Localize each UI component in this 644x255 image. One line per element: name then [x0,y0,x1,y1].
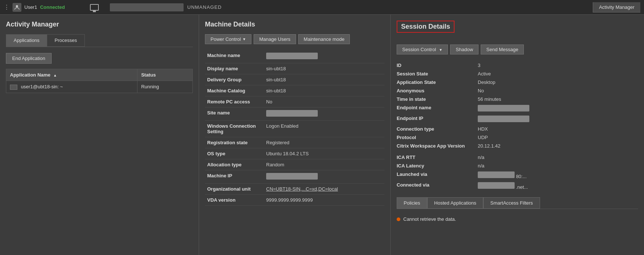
session-control-button[interactable]: Session Control ▼ [397,45,448,54]
tab-processes[interactable]: Processes [47,34,85,47]
tabs: Applications Processes [6,34,193,47]
shadow-button[interactable]: Shadow [450,45,478,54]
field-value: Logon Enabled [264,121,384,137]
tab-hosted-applications[interactable]: Hosted Applications [427,197,483,209]
app-icon [10,85,17,90]
session-toolbar: Session Control ▼ Shadow Send Message [397,45,638,54]
machine-toolbar: Power Control ▼ Manage Users Maintenance… [205,34,384,44]
session-tabs: Policies Hosted Applications SmartAccess… [397,197,638,209]
send-message-button[interactable]: Send Message [481,45,524,54]
manage-users-button[interactable]: Manage Users [254,34,296,44]
field-value: sin-ubt18 [264,63,384,74]
left-panel-title: Activity Manager [6,21,193,28]
field-machine-name: Machine name [205,50,384,63]
app-name-cell: user1@ubt18-sin: ~ [6,81,137,93]
field-value: 9999.9999.9999.9999 [264,195,384,206]
field-label: Registration state [205,137,264,148]
field-label: Display name [205,63,264,74]
blurred-endpoint-name [478,105,529,111]
col-status: Status [137,69,192,81]
error-dot-icon [397,217,400,221]
field-label: Machine IP [205,170,264,184]
topbar-connection-status: Connected [40,4,65,10]
field-value: sin-ubt18 [264,74,384,85]
topbar-user: User1 Connected [13,3,86,12]
field-value: No [264,96,384,107]
field-delivery-group: Delivery Group sin-ubt18 [205,74,384,85]
col-app-name[interactable]: Application Name ▲ [6,69,137,81]
left-panel: Activity Manager Applications Processes … [0,15,199,255]
tab-applications[interactable]: Applications [6,34,47,47]
middle-panel: Machine Details Power Control ▼ Manage U… [199,15,391,255]
power-control-button[interactable]: Power Control ▼ [205,34,251,44]
field-registration-state: Registration state Registered [205,137,384,148]
field-os-type: OS type Ubuntu 18.04.2 LTS [205,148,384,159]
field-allocation-type: Allocation type Random [205,159,384,170]
field-value: CN=UBT18-SIN,...C=xd,DC=local [264,184,384,195]
field-label: Allocation type [205,159,264,170]
monitor-icon [90,4,99,11]
blurred-endpoint-ip [478,116,529,122]
session-details-title: Session Details [401,23,450,30]
error-message: Cannot retrieve the data. [397,213,638,225]
user-icon [13,3,21,12]
sort-arrow-icon: ▲ [53,73,57,77]
field-label: OS type [205,148,264,159]
blurred-machine-ip [266,173,318,180]
topbar-unmanaged-bar: UNMANAGED [102,3,593,11]
application-table: Application Name ▲ Status user1@ubt18-si… [6,69,193,93]
blurred-site-name [266,110,318,117]
field-value: Registered [264,137,384,148]
field-remote-pc-access: Remote PC access No [205,96,384,107]
field-label: Machine Catalog [205,85,264,96]
blurred-launched-via [478,171,515,178]
topbar-dots-icon[interactable]: ⋮ [4,4,10,11]
field-value: Ubuntu 18.04.2 LTS [264,148,384,159]
table-row[interactable]: user1@ubt18-sin: ~ Running [6,81,193,93]
topbar: ⋮ User1 Connected UNMANAGED Activity Man… [0,0,644,15]
field-display-name: Display name sin-ubt18 [205,63,384,74]
maintenance-mode-button[interactable]: Maintenance mode [298,34,350,44]
field-label: Remote PC access [205,96,264,107]
tab-smartaccess-filters[interactable]: SmartAccess Filters [483,197,540,209]
field-label: Delivery Group [205,74,264,85]
session-control-dropdown-icon: ▼ [439,48,442,52]
topbar-input[interactable] [110,3,184,11]
blurred-machine-name [266,53,318,59]
field-windows-connection: Windows Connection Setting Logon Enabled [205,121,384,137]
field-site-name: Site name [205,107,384,121]
machine-details-title: Machine Details [205,21,384,28]
unmanaged-label: UNMANAGED [187,4,222,10]
field-label: VDA version [205,195,264,206]
field-label: Organizational unit [205,184,264,195]
session-fields: ID 3 Session State Active Application St… [397,61,638,191]
app-status-cell: Running [137,81,192,93]
field-vda-version: VDA version 9999.9999.9999.9999 [205,195,384,206]
machine-details-table: Machine name Display name sin-ubt18 Deli… [205,50,384,206]
topbar-username: User1 [24,4,37,10]
field-value: sin-ubt18 [264,85,384,96]
field-value [264,170,384,184]
activity-manager-button[interactable]: Activity Manager [593,2,640,13]
main-layout: Activity Manager Applications Processes … [0,15,644,255]
right-panel: Session Details Session Control ▼ Shadow… [391,15,644,255]
field-machine-catalog: Machine Catalog sin-ubt18 [205,85,384,96]
topbar-right: Activity Manager [593,2,640,13]
field-value [264,50,384,63]
field-label: Windows Connection Setting [205,121,264,137]
session-details-title-box: Session Details [397,21,455,33]
field-machine-ip: Machine IP [205,170,384,184]
field-organizational-unit: Organizational unit CN=UBT18-SIN,...C=xd… [205,184,384,195]
blurred-connected-via [478,182,515,189]
field-value: Random [264,159,384,170]
tab-policies[interactable]: Policies [397,197,427,209]
field-label: Site name [205,107,264,121]
power-control-dropdown-icon: ▼ [242,37,246,41]
field-label: Machine name [205,50,264,63]
end-application-button[interactable]: End Application [6,53,52,64]
field-value [264,107,384,121]
svg-point-0 [16,5,18,7]
